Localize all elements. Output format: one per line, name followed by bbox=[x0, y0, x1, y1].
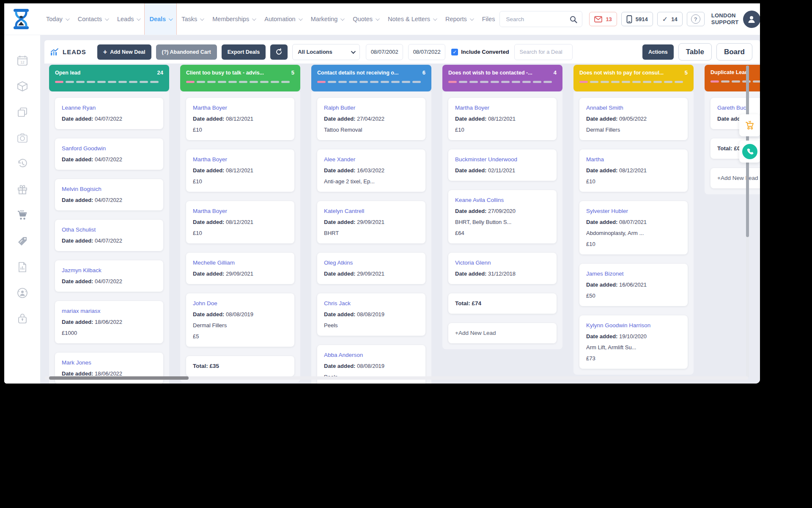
lead-name-link[interactable]: Sanford Goodwin bbox=[62, 143, 156, 154]
lead-name-link[interactable]: Melvin Bogisich bbox=[62, 184, 156, 195]
help-button[interactable]: ? bbox=[687, 12, 705, 26]
column-header[interactable]: Open lead 24 bbox=[49, 65, 169, 91]
lead-name-link[interactable]: Annabel Smith bbox=[586, 102, 681, 113]
lead-card[interactable]: Melvin Bogisich Date added: 04/07/2022 bbox=[55, 179, 163, 210]
nav-item-contacts[interactable]: Contacts bbox=[73, 3, 112, 35]
sidebar-report-icon[interactable] bbox=[16, 261, 29, 273]
lead-card[interactable]: Martha Boyer Date added: 08/12/2021 £10 bbox=[448, 98, 557, 140]
calls-badge[interactable]: 5914 bbox=[621, 12, 653, 26]
lead-card[interactable]: Otha Schulist Date added: 04/07/2022 bbox=[55, 220, 163, 251]
column-header[interactable]: Contact details not receiving o... 6 bbox=[311, 65, 431, 91]
lead-name-link[interactable]: Martha Boyer bbox=[193, 154, 288, 165]
lead-card[interactable]: Ralph Butler Date added: 27/04/2022 Tatt… bbox=[317, 98, 425, 140]
lead-name-link[interactable]: Chris Jack bbox=[324, 298, 419, 309]
lead-name-link[interactable]: Kylynn Goodwin Harrison bbox=[586, 320, 681, 331]
cart-fab-button[interactable] bbox=[739, 114, 760, 136]
nav-item-quotes[interactable]: Quotes bbox=[348, 3, 383, 35]
nav-item-reports[interactable]: Reports bbox=[441, 3, 477, 35]
abandoned-cart-button[interactable]: (?) Abandoned Cart bbox=[156, 44, 217, 60]
nav-item-memberships[interactable]: Memberships bbox=[208, 3, 260, 35]
board-view-button[interactable]: Board bbox=[716, 43, 752, 61]
table-view-button[interactable]: Table bbox=[678, 43, 712, 61]
lead-card[interactable]: Kylynn Goodwin Harrison Date added: 19/1… bbox=[579, 315, 688, 369]
lead-name-link[interactable]: James Bizonet bbox=[586, 268, 681, 279]
lead-name-link[interactable]: John Doe bbox=[193, 298, 288, 309]
lead-card[interactable]: Sylvester Hubler Date added: 08/07/2021 … bbox=[579, 201, 688, 254]
lead-name-link[interactable]: Otha Schulist bbox=[62, 224, 156, 235]
lead-card[interactable]: mariax mariasx Date added: 18/06/2022 £1… bbox=[55, 301, 163, 343]
location-select[interactable]: All Locations bbox=[292, 44, 360, 60]
nav-item-automation[interactable]: Automation bbox=[260, 3, 306, 35]
call-fab-button[interactable] bbox=[739, 141, 760, 163]
lead-name-link[interactable]: Ralph Butler bbox=[324, 102, 419, 113]
deal-search-input[interactable] bbox=[515, 44, 572, 60]
lead-name-link[interactable]: Victoria Glenn bbox=[455, 257, 550, 268]
lead-name-link[interactable]: Leanne Ryan bbox=[62, 102, 156, 113]
messages-badge[interactable]: 13 bbox=[589, 12, 617, 26]
actions-button[interactable]: Actions bbox=[642, 44, 674, 60]
lead-card[interactable]: Chris Jack Date added: 08/08/2019 Peels bbox=[317, 293, 425, 336]
column-header[interactable]: Duplicate Lead bbox=[705, 65, 760, 91]
add-new-lead-card[interactable]: +Add New Lead bbox=[448, 323, 557, 343]
lead-name-link[interactable]: mariax mariasx bbox=[62, 306, 156, 317]
sidebar-lock-icon[interactable] bbox=[16, 312, 29, 325]
lead-name-link[interactable]: Buckminster Underwood bbox=[455, 154, 550, 165]
lead-card[interactable]: Martha Boyer Date added: 08/12/2021 £10 bbox=[186, 149, 294, 192]
lead-card[interactable]: Sanford Goodwin Date added: 04/07/2022 bbox=[55, 138, 163, 170]
refresh-button[interactable] bbox=[270, 44, 288, 60]
lead-card[interactable]: Alee Xander Date added: 16/03/2022 Anti-… bbox=[317, 149, 425, 192]
lead-name-link[interactable]: Martha Boyer bbox=[193, 206, 288, 217]
nav-item-files[interactable]: Files bbox=[477, 3, 500, 35]
lead-name-link[interactable]: Katelyn Cantrell bbox=[324, 206, 419, 217]
include-converted-checkbox[interactable]: ✓ Include Converted bbox=[451, 49, 509, 55]
nav-item-marketing[interactable]: Marketing bbox=[306, 3, 348, 35]
nav-item-leads[interactable]: Leads bbox=[112, 3, 145, 35]
lead-name-link[interactable]: Martha Boyer bbox=[455, 102, 550, 113]
lead-card[interactable]: James Bizonet Date added: 16/06/2021 £50 bbox=[579, 264, 688, 306]
lead-card[interactable]: Oleg Atkins Date added: 29/09/2021 bbox=[317, 253, 425, 284]
vertical-scrollbar[interactable] bbox=[746, 66, 749, 378]
lead-name-link[interactable]: Gareth Buck bbox=[717, 102, 760, 113]
add-new-lead-card[interactable]: +Add New Lead bbox=[710, 168, 760, 188]
sidebar-gift-icon[interactable] bbox=[16, 183, 29, 196]
lead-card[interactable]: Victoria Glenn Date added: 31/12/2018 bbox=[448, 253, 557, 284]
lead-name-link[interactable]: Abba Anderson bbox=[324, 350, 419, 361]
sidebar-history-icon[interactable] bbox=[16, 157, 29, 170]
sidebar-account-icon[interactable] bbox=[16, 287, 29, 299]
lead-name-link[interactable]: Mechelle Gilliam bbox=[193, 257, 288, 268]
lead-name-link[interactable]: Oleg Atkins bbox=[324, 257, 419, 268]
date-from-input[interactable]: 08/07/2002 bbox=[366, 44, 403, 60]
lead-card[interactable]: Buckminster Underwood Date added: 02/11/… bbox=[448, 149, 557, 181]
app-logo-hourglass-icon[interactable] bbox=[12, 8, 30, 30]
nav-item-deals[interactable]: Deals bbox=[144, 3, 177, 35]
nav-item-tasks[interactable]: Tasks bbox=[177, 3, 208, 35]
lead-name-link[interactable]: Mark Jones bbox=[62, 357, 156, 368]
horizontal-scrollbar-thumb[interactable] bbox=[49, 376, 189, 380]
nav-item-today[interactable]: Today bbox=[41, 3, 73, 35]
date-to-input[interactable]: 08/07/2022 bbox=[408, 44, 445, 60]
search-icon[interactable] bbox=[569, 15, 578, 24]
lead-name-link[interactable]: Alee Xander bbox=[324, 154, 419, 165]
lead-name-link[interactable]: Keane Avila Collins bbox=[455, 195, 550, 206]
add-new-deal-button[interactable]: + Add New Deal bbox=[97, 44, 151, 60]
column-header[interactable]: Client too busy to talk - advis... 5 bbox=[180, 65, 300, 91]
export-deals-button[interactable]: Export Deals bbox=[222, 44, 266, 60]
lead-card[interactable]: Leanne Ryan Date added: 04/07/2022 bbox=[55, 98, 163, 129]
column-header[interactable]: Does not wish to be contacted -... 4 bbox=[442, 65, 562, 91]
column-header[interactable]: Does not wish to pay for consul... 5 bbox=[573, 65, 694, 91]
horizontal-scrollbar[interactable] bbox=[45, 376, 748, 380]
user-avatar[interactable] bbox=[743, 11, 760, 28]
lead-card[interactable]: Keane Avila Collins Date added: 27/09/20… bbox=[448, 190, 557, 243]
lead-card[interactable]: Annabel Smith Date added: 09/05/2022 Der… bbox=[579, 98, 688, 140]
lead-card[interactable]: Jazmyn Kilback Date added: 04/07/2022 bbox=[55, 260, 163, 292]
sidebar-copy-icon[interactable] bbox=[16, 106, 29, 119]
lead-name-link[interactable]: Sylvester Hubler bbox=[586, 206, 681, 217]
lead-card[interactable]: Martha Boyer Date added: 08/12/2021 £10 bbox=[186, 201, 294, 243]
sidebar-calendar-icon[interactable]: 12 bbox=[16, 54, 29, 67]
lead-card[interactable]: Martha Boyer Date added: 08/12/2021 £10 bbox=[186, 98, 294, 140]
lead-name-link[interactable]: Jazmyn Kilback bbox=[62, 265, 156, 276]
sidebar-camera-icon[interactable] bbox=[16, 132, 29, 144]
lead-name-link[interactable]: Martha Boyer bbox=[193, 102, 288, 113]
nav-item-notes-letters[interactable]: Notes & Letters bbox=[383, 3, 441, 35]
lead-card[interactable]: Martha Date added: 08/12/2021 £10 bbox=[579, 149, 688, 192]
